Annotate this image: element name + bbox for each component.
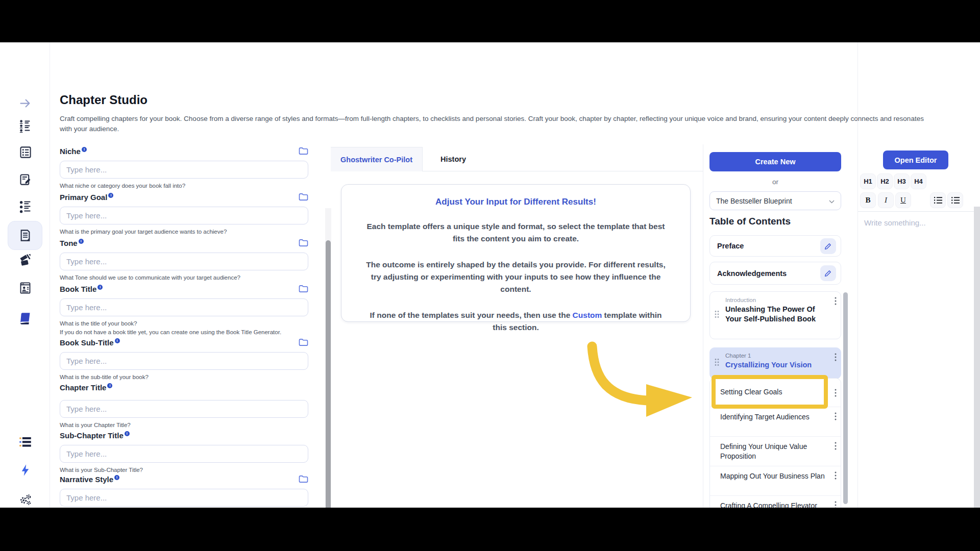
heading3-button[interactable]: H3 (894, 173, 910, 189)
persona-list-icon[interactable] (18, 119, 32, 133)
toc-scrollbar-thumb[interactable] (843, 292, 848, 504)
info-icon[interactable]: i (115, 338, 120, 343)
outline-list-icon[interactable] (18, 199, 32, 213)
template-select-value: The Bestseller Blueprint (716, 197, 792, 205)
ordered-list-icon[interactable] (18, 435, 32, 449)
book-writer-icon[interactable] (18, 172, 32, 186)
field-tone: Tonei What Tone should we use to communi… (60, 239, 308, 282)
folder-icon[interactable] (299, 193, 308, 203)
book-title-input[interactable] (60, 298, 308, 316)
subchapter-title: Defining Your Unique Value Proposition (720, 442, 807, 460)
chapter-title: Crystallizing Your Vision (725, 360, 827, 370)
copilot-tabbar: Ghostwriter Co-Pilot History (331, 147, 703, 171)
field-hint: What is the primary goal your target aud… (60, 228, 308, 236)
paragraph-text: If none of the templates suit your needs… (370, 311, 573, 319)
field-label: Book Sub-Title (60, 338, 114, 347)
kebab-menu-icon[interactable] (835, 501, 837, 508)
subchapter-defining-value-proposition[interactable]: Defining Your Unique Value Proposition (710, 437, 841, 466)
settings-gears-icon[interactable] (18, 493, 32, 507)
bold-button[interactable]: B (860, 192, 876, 208)
underline-button[interactable]: U (895, 192, 911, 208)
toc-item-chapter1[interactable]: Chapter 1 Crystallizing Your Vision (709, 347, 841, 379)
chapter-title-input[interactable] (60, 400, 308, 418)
tab-history[interactable]: History (423, 147, 484, 171)
info-icon[interactable]: i (79, 239, 84, 244)
open-editor-button[interactable]: Open Editor (883, 151, 948, 169)
folder-icon[interactable] (299, 239, 308, 249)
ordered-list-button[interactable] (930, 192, 946, 208)
custom-template-link[interactable]: Custom (573, 311, 602, 319)
field-hint: What is your Sub-Chapter Title? (60, 466, 308, 474)
field-label: Chapter Title (60, 383, 106, 392)
niche-input[interactable] (60, 161, 308, 179)
edit-preface-button[interactable] (820, 238, 836, 254)
info-icon[interactable]: i (82, 147, 87, 152)
toc-item-preface[interactable]: Preface (709, 235, 841, 257)
field-chapter-title: Chapter Titlei What is your Chapter Titl… (60, 383, 308, 429)
tone-input[interactable] (60, 253, 308, 270)
folder-icon[interactable] (299, 475, 308, 485)
pencil-icon (824, 242, 832, 250)
editor-panel: Open Editor H1 H2 H3 H4 B I U Write some… (857, 42, 980, 508)
info-icon[interactable]: i (114, 475, 119, 480)
drag-handle-icon[interactable] (715, 311, 719, 320)
chapter-kicker: Introduction (725, 297, 827, 303)
chevron-down-icon (829, 197, 835, 205)
folder-icon[interactable] (299, 338, 308, 348)
folder-icon[interactable] (299, 147, 308, 157)
editor-placeholder[interactable]: Write something... (864, 218, 926, 227)
info-icon[interactable]: i (107, 383, 112, 388)
author-profile-icon[interactable] (18, 281, 32, 295)
heading1-button[interactable]: H1 (860, 173, 876, 189)
create-new-button[interactable]: Create New (709, 152, 841, 171)
card-paragraph-1: Each template offers a unique style and … (364, 220, 668, 245)
book-promotion-icon[interactable] (18, 253, 32, 267)
book-icon[interactable] (18, 312, 32, 325)
field-book-subtitle: Book Sub-Titlei What is the sub-title of… (60, 338, 308, 381)
field-narrative-style: Narrative Stylei Select the narrative st… (60, 475, 308, 508)
field-label: Narrative Style (60, 475, 113, 484)
toc-item-introduction[interactable]: Introduction Unleashing The Power Of You… (709, 291, 841, 339)
collapse-sidebar-arrow-icon[interactable] (18, 96, 32, 110)
kebab-menu-icon[interactable] (835, 412, 837, 423)
subchapter-title-input[interactable] (60, 445, 308, 463)
drag-handle-icon[interactable] (715, 359, 719, 368)
edit-acknowledgements-button[interactable] (820, 265, 836, 281)
kebab-menu-icon[interactable] (835, 297, 837, 307)
italic-button[interactable]: I (878, 192, 894, 208)
subchapter-title: Mapping Out Your Business Plan (720, 472, 825, 480)
info-icon[interactable]: i (108, 193, 113, 198)
primary-goal-input[interactable] (60, 207, 308, 224)
kebab-menu-icon[interactable] (835, 389, 837, 399)
subchapter-title: Identifying Target Audiences (720, 413, 810, 421)
subchapter-identifying-target-audiences[interactable]: Identifying Target Audiences (710, 407, 841, 437)
heading2-button[interactable]: H2 (877, 173, 893, 189)
book-subtitle-input[interactable] (60, 352, 308, 370)
kebab-menu-icon[interactable] (835, 353, 837, 363)
subchapter-mapping-business-plan[interactable]: Mapping Out Your Business Plan (710, 466, 841, 496)
page-description: Craft compelling chapters for your book.… (60, 114, 936, 134)
editor-scrollbar[interactable] (974, 207, 980, 508)
pencil-icon (824, 269, 832, 277)
kebab-menu-icon[interactable] (835, 471, 837, 482)
form-scrollbar-thumb[interactable] (326, 240, 331, 508)
folder-icon[interactable] (299, 285, 308, 295)
tab-ghostwriter-copilot[interactable]: Ghostwriter Co-Pilot (331, 147, 423, 171)
info-icon[interactable]: i (125, 431, 130, 436)
narrative-style-input[interactable] (60, 489, 308, 507)
field-hint: What is the title of your book? (60, 319, 308, 328)
chapter-kicker: Chapter 1 (725, 353, 827, 359)
bullet-list-icon (951, 197, 960, 204)
toc-item-acknowledgements[interactable]: Acknowledgements (709, 262, 841, 285)
lightning-icon[interactable] (18, 463, 32, 477)
template-select[interactable]: The Bestseller Blueprint (709, 191, 841, 210)
kebab-menu-icon[interactable] (835, 442, 837, 453)
heading4-button[interactable]: H4 (911, 173, 926, 189)
chapter-document-icon[interactable] (18, 229, 32, 242)
info-icon[interactable]: i (97, 285, 103, 290)
subchapter-elevator-pitch[interactable]: Crafting A Compelling Elevator Pitch (710, 496, 841, 508)
field-book-title: Book Titlei What is the title of your bo… (60, 285, 308, 336)
field-hint: What Tone should we use to communicate w… (60, 273, 308, 282)
checklist-board-icon[interactable] (18, 145, 32, 159)
bullet-list-button[interactable] (947, 192, 963, 208)
